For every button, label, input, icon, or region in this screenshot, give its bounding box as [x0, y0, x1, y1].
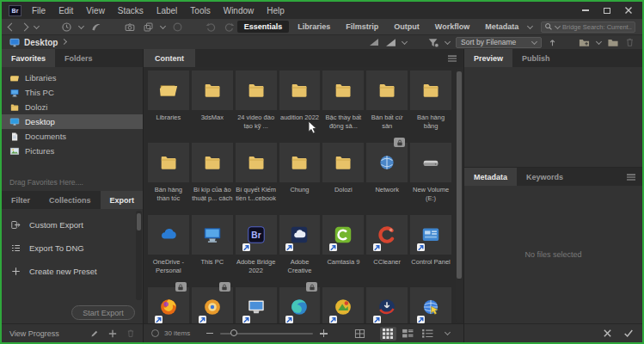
search-input[interactable]: [562, 23, 632, 31]
tile-camtasia-9[interactable]: Camtasia 9: [322, 215, 364, 276]
menu-file[interactable]: File: [32, 6, 46, 15]
menu-view[interactable]: View: [86, 6, 105, 15]
tile-globe-arrow[interactable]: [410, 287, 451, 323]
edit-pencil-icon[interactable]: [90, 329, 99, 338]
tile-3dsmax[interactable]: 3dsMax: [192, 71, 233, 132]
workspace-chevron-icon[interactable]: [528, 26, 532, 28]
tile-control-panel[interactable]: Control Panel: [410, 215, 451, 276]
maximize-button[interactable]: [600, 5, 614, 16]
apply-check-icon[interactable]: [623, 329, 634, 338]
rating-filter-icon[interactable]: [369, 38, 379, 46]
menu-stacks[interactable]: Stacks: [118, 6, 144, 15]
breadcrumb-chevron-icon[interactable]: [62, 41, 66, 44]
new-folder-chevron-icon[interactable]: [597, 41, 601, 44]
close-button[interactable]: [622, 5, 635, 16]
tab-publish[interactable]: Publish: [512, 49, 560, 67]
workspace-tab-output[interactable]: Output: [387, 21, 426, 33]
tile-24-video-o-t-o-k-m-ng[interactable]: 24 video đào tạo kỹ ... mạng: [236, 71, 277, 132]
tile-browser-orange[interactable]: [192, 287, 233, 323]
filter-funnel-icon[interactable]: [427, 37, 439, 48]
start-export-button[interactable]: Start Export: [71, 305, 135, 320]
chevron-down-icon[interactable]: [34, 26, 39, 28]
tile-libraries[interactable]: Libraries: [148, 71, 189, 132]
tab-metadata[interactable]: Metadata: [464, 168, 517, 186]
sidebar-item-dolozi[interactable]: Dolozi: [2, 100, 143, 114]
tile-edge[interactable]: [279, 287, 321, 323]
tile-b-n-b-t-c-s-n-ph-ebook[interactable]: Bán bất cứ sản phẩ...ebook: [366, 71, 408, 132]
view-progress-label[interactable]: View Progress: [9, 329, 59, 338]
sort-dropdown[interactable]: Sort by Filename: [456, 37, 542, 48]
zoom-out-icon[interactable]: [206, 333, 213, 335]
zoom-in-icon[interactable]: [320, 329, 328, 337]
content-scrollbar[interactable]: [456, 69, 463, 322]
back-icon[interactable]: [9, 24, 15, 30]
tab-content[interactable]: Content: [144, 49, 195, 67]
folder-icon[interactable]: [607, 37, 619, 47]
tile-monitor-app[interactable]: [236, 287, 277, 323]
breadcrumb[interactable]: Desktop: [9, 38, 66, 47]
recent-history-icon[interactable]: [61, 22, 72, 33]
workspace-tab-libraries[interactable]: Libraries: [291, 21, 337, 33]
tile-b-k-p-c-a-o-thu-t-p-c-ch[interactable]: Bí kíp của ảo thuật p... cách: [192, 143, 233, 204]
tile-this-pc[interactable]: This PC: [192, 215, 233, 276]
tile-b-n-h-ng-b-ng-vide-stream[interactable]: Bán hàng bằng vide...stream: [410, 71, 451, 132]
tile-onedrive-personal[interactable]: OneDrive - Personal: [148, 215, 189, 276]
tile-downloader-app[interactable]: [366, 287, 408, 323]
thumbnail-view-button[interactable]: [380, 327, 396, 341]
cancel-x-icon[interactable]: [603, 329, 612, 338]
minimize-button[interactable]: [579, 5, 592, 16]
tab-collections[interactable]: Collections: [40, 191, 101, 209]
forward-icon[interactable]: [21, 24, 28, 30]
tile-chung[interactable]: Chung: [279, 143, 321, 204]
chevron-down-icon[interactable]: [79, 26, 83, 28]
slider-track[interactable]: [220, 333, 313, 335]
bridge-app-icon[interactable]: Br: [9, 5, 21, 16]
new-folder-icon[interactable]: [578, 37, 591, 47]
add-preset-icon[interactable]: [108, 329, 117, 338]
tile-audition-2022[interactable]: audition 2022: [279, 71, 321, 132]
menu-tools[interactable]: Tools: [190, 6, 210, 15]
tab-export[interactable]: Export: [101, 191, 143, 209]
tile-new-volume-e[interactable]: New Volume (E:): [410, 143, 451, 204]
chevron-down-icon[interactable]: [161, 26, 165, 28]
workspace-tab-filmstrip[interactable]: Filmstrip: [339, 21, 385, 33]
filter-chevron-icon[interactable]: [445, 41, 450, 44]
details-view-button[interactable]: [400, 327, 416, 341]
sidebar-item-desktop[interactable]: Desktop: [2, 114, 143, 129]
tile-firefox[interactable]: [148, 287, 189, 323]
tile-adobe-creative-cloud[interactable]: Adobe Creative Cloud: [279, 215, 321, 276]
tab-favorites[interactable]: Favorites: [2, 49, 55, 67]
menu-label[interactable]: Label: [156, 6, 177, 15]
tile-adobe-bridge-2022[interactable]: BrAdobe Bridge 2022: [236, 215, 277, 276]
workspace-tab-metadata[interactable]: Metadata: [478, 21, 525, 33]
menu-edit[interactable]: Edit: [58, 6, 73, 15]
rating-chevron-icon[interactable]: [402, 41, 407, 44]
tile-network[interactable]: Network: [366, 143, 408, 204]
slider-knob[interactable]: [230, 329, 237, 336]
tab-filter[interactable]: Filter: [2, 191, 40, 209]
sidebar-item-this-pc[interactable]: This PC: [2, 85, 143, 100]
tab-keywords[interactable]: Keywords: [517, 168, 573, 186]
export-item-custom-export[interactable]: Custom Export: [2, 213, 143, 236]
grid-lock-view-button[interactable]: [352, 327, 368, 341]
tab-preview[interactable]: Preview: [464, 49, 512, 67]
menu-help[interactable]: Help: [267, 6, 285, 15]
export-scrollbar[interactable]: [136, 211, 142, 300]
sidebar-item-documents[interactable]: Documents: [2, 129, 143, 144]
sort-ascending-icon[interactable]: [548, 38, 557, 47]
rating-filter-2-icon[interactable]: [385, 38, 396, 47]
content-panel-menu-icon[interactable]: [447, 54, 463, 63]
tile-b-quy-t-ki-m-ti-n-t-cebook[interactable]: Bí quyết Kiếm tiền t...cebook: [236, 143, 277, 204]
tile-b-n-h-ng-th-n-t-c-v-gpage[interactable]: Bán hàng thần tốc v...gpage: [148, 143, 189, 204]
export-item-export-to-dng[interactable]: Export To DNG: [2, 236, 143, 260]
menu-window[interactable]: Window: [224, 6, 255, 15]
workspace-tab-essentials[interactable]: Essentials: [237, 21, 290, 33]
metadata-panel-menu-icon[interactable]: [626, 168, 642, 186]
workspace-tab-workflow[interactable]: Workflow: [428, 21, 476, 33]
tile-dolozi[interactable]: Dolozi: [322, 143, 364, 204]
view-options-chevron-icon[interactable]: [439, 327, 456, 341]
tile-b-c-th-y-b-t-ng-s-thu[interactable]: Bậc thầy bất động sả... thuê: [322, 71, 364, 132]
tile-graphics-app[interactable]: [322, 287, 364, 323]
sidebar-item-pictures[interactable]: Pictures: [2, 144, 143, 158]
camera-import-icon[interactable]: [124, 22, 136, 33]
